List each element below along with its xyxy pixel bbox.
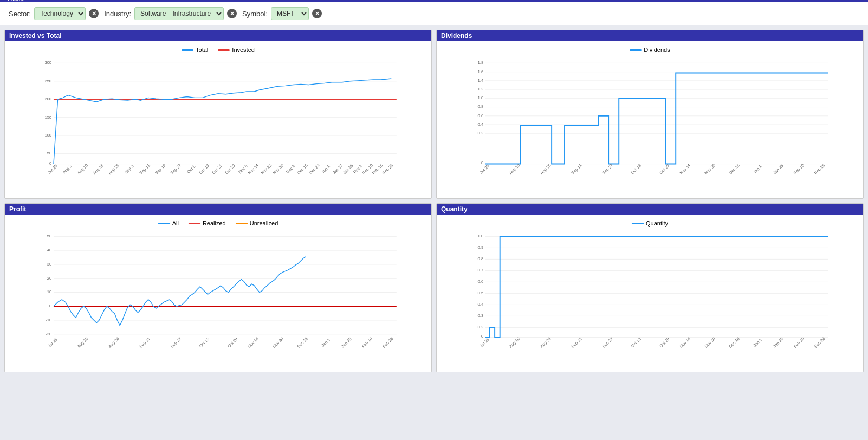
legend-profit-realized: Realized	[189, 220, 226, 227]
svg-text:Oct 5: Oct 5	[186, 164, 196, 174]
svg-text:Oct 13: Oct 13	[630, 163, 642, 175]
svg-text:0: 0	[481, 334, 483, 339]
svg-text:Sep 27: Sep 27	[170, 337, 182, 349]
svg-text:Nov 6: Nov 6	[237, 164, 248, 174]
svg-text:Sep 3: Sep 3	[124, 164, 134, 174]
invested-vs-total-panel: Invested vs Total Total Invested 300 250…	[4, 30, 432, 199]
invested-vs-total-title: Invested vs Total	[5, 30, 431, 41]
svg-text:100: 100	[44, 133, 51, 138]
quantity-svg: 1.0 0.9 0.8 0.7 0.6 0.5 0.4 0.3 0.2 0	[439, 230, 860, 344]
quantity-legend: Quantity	[439, 220, 860, 227]
quantity-container: Quantity 1.0 0.9 0.8 0.7 0.6 0.5 0.4 0.3…	[437, 215, 863, 372]
svg-text:Nov 30: Nov 30	[272, 163, 284, 176]
dividends-title: Dividends	[437, 30, 863, 41]
svg-text:Feb 26: Feb 26	[813, 163, 826, 176]
svg-text:Jan 1: Jan 1	[320, 337, 331, 348]
svg-text:Oct 13: Oct 13	[198, 337, 210, 348]
symbol-filter-group: Symbol: MSFT ✕	[242, 7, 322, 20]
svg-text:Aug 10: Aug 10	[76, 337, 89, 349]
svg-text:Jan 1: Jan 1	[752, 337, 763, 348]
svg-text:Aug 10: Aug 10	[508, 337, 521, 349]
svg-text:Jul 25: Jul 25	[47, 164, 59, 175]
svg-text:0.3: 0.3	[478, 313, 484, 318]
svg-text:Jul 25: Jul 25	[47, 337, 59, 348]
svg-text:Aug 10: Aug 10	[76, 163, 89, 176]
invested-vs-total-svg: 300 250 200 150 100 50 0 Ju	[8, 56, 429, 170]
svg-text:Sep 11: Sep 11	[138, 337, 151, 349]
svg-text:Jan 25: Jan 25	[772, 337, 785, 349]
svg-text:1.2: 1.2	[478, 87, 484, 92]
svg-text:Jan 25: Jan 25	[340, 337, 353, 349]
symbol-select[interactable]: MSFT	[271, 7, 309, 20]
quantity-panel: Quantity Quantity 1.0 0.9 0.8 0.7 0.6 0.…	[436, 203, 864, 372]
svg-text:Aug 10: Aug 10	[508, 163, 521, 176]
svg-text:Feb 10: Feb 10	[793, 163, 805, 176]
charts-grid: Invested vs Total Total Invested 300 250…	[0, 30, 868, 377]
invested-vs-total-legend: Total Invested	[8, 47, 429, 53]
svg-text:Oct 29: Oct 29	[224, 163, 236, 175]
svg-text:0.5: 0.5	[478, 290, 484, 295]
svg-text:Jan 1: Jan 1	[320, 164, 331, 174]
symbol-clear-button[interactable]: ✕	[312, 9, 322, 18]
svg-text:Oct 29: Oct 29	[226, 337, 238, 348]
svg-text:Feb 10: Feb 10	[793, 337, 805, 349]
legend-total-label: Total	[196, 47, 208, 53]
legend-all-label: All	[172, 220, 179, 227]
svg-text:Aug 18: Aug 18	[92, 163, 104, 176]
svg-text:20: 20	[47, 276, 51, 281]
svg-text:-10: -10	[46, 318, 51, 322]
svg-text:50: 50	[47, 151, 51, 156]
svg-text:1.0: 1.0	[478, 95, 484, 100]
filters-title: Filters	[4, 0, 27, 2]
svg-text:Sep 27: Sep 27	[601, 337, 614, 349]
svg-text:Aug 2: Aug 2	[62, 164, 73, 174]
svg-text:Aug 26: Aug 26	[107, 337, 120, 349]
svg-text:1.0: 1.0	[478, 234, 484, 238]
legend-profit-unrealized: Unrealized	[236, 220, 278, 227]
svg-text:Jan 1: Jan 1	[752, 164, 763, 174]
industry-label: Industry:	[104, 10, 131, 18]
dividends-panel: Dividends Dividends 1.8 1.6 1.4 1.2 1.0 …	[436, 30, 864, 199]
svg-text:0.8: 0.8	[478, 256, 484, 261]
svg-text:Dec 24: Dec 24	[308, 163, 321, 176]
svg-text:Dec 16: Dec 16	[296, 337, 309, 349]
svg-text:Sep 19: Sep 19	[154, 163, 166, 176]
industry-clear-button[interactable]: ✕	[227, 9, 237, 18]
svg-text:Feb 26: Feb 26	[381, 337, 394, 349]
svg-text:Aug 26: Aug 26	[539, 163, 552, 176]
dividends-svg: 1.8 1.6 1.4 1.2 1.0 0.8 0.6 0.4 0.2 0	[439, 56, 860, 170]
svg-text:0.6: 0.6	[478, 279, 484, 284]
svg-text:Sep 27: Sep 27	[601, 163, 614, 176]
invested-vs-total-container: Total Invested 300 250 200 150 100 50 0	[5, 41, 431, 198]
svg-text:30: 30	[47, 262, 51, 267]
industry-filter-group: Industry: Software—Infrastructure ✕	[104, 7, 237, 20]
svg-text:Aug 26: Aug 26	[107, 163, 120, 176]
quantity-title: Quantity	[437, 204, 863, 215]
svg-text:Oct 13: Oct 13	[198, 163, 210, 175]
svg-text:Feb 26: Feb 26	[813, 337, 826, 349]
legend-unrealized-label: Unrealized	[250, 220, 278, 227]
legend-dividends-label: Dividends	[644, 47, 670, 53]
svg-text:-20: -20	[46, 332, 51, 337]
legend-quantity: Quantity	[632, 220, 668, 227]
dividends-legend: Dividends	[439, 47, 860, 53]
svg-text:0.4: 0.4	[478, 302, 484, 307]
svg-text:Sep 27: Sep 27	[170, 163, 182, 176]
legend-profit-all: All	[158, 220, 179, 227]
industry-select[interactable]: Software—Infrastructure	[134, 7, 224, 20]
profit-title: Profit	[5, 204, 431, 215]
svg-text:Sep 11: Sep 11	[138, 163, 151, 176]
profit-container: All Realized Unrealized 50 40 30 20	[5, 215, 431, 372]
svg-text:0.9: 0.9	[478, 245, 484, 250]
svg-text:0.2: 0.2	[478, 325, 484, 329]
svg-text:0: 0	[481, 160, 483, 165]
sector-select[interactable]: Technology	[34, 7, 86, 20]
svg-text:0.7: 0.7	[478, 268, 484, 273]
legend-total: Total	[182, 47, 208, 53]
sector-clear-button[interactable]: ✕	[89, 9, 99, 18]
svg-text:Nov 14: Nov 14	[247, 163, 260, 176]
svg-text:Nov 30: Nov 30	[704, 337, 716, 349]
legend-invested: Invested	[218, 47, 255, 53]
svg-text:0: 0	[49, 303, 51, 308]
svg-text:Aug 26: Aug 26	[539, 337, 552, 349]
